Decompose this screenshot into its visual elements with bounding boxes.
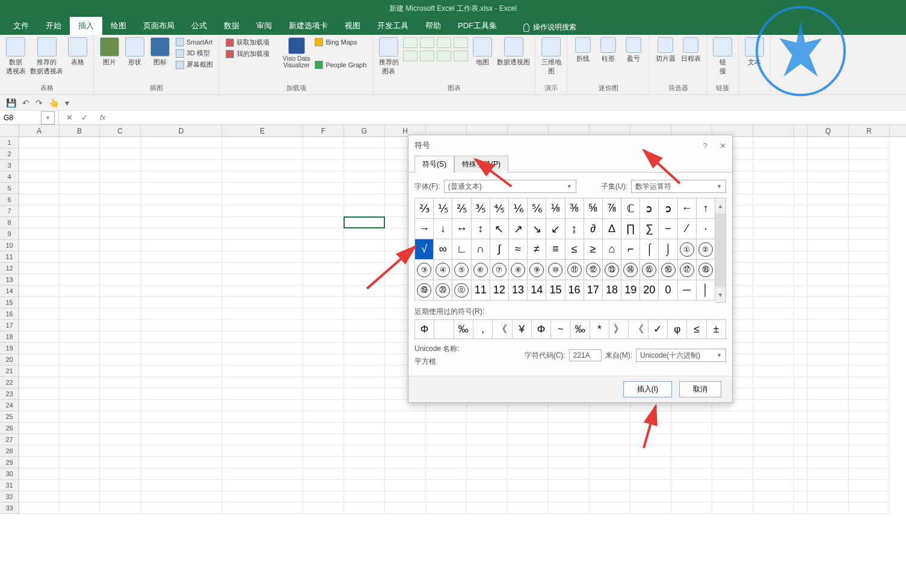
cell[interactable] — [100, 149, 141, 160]
cell[interactable] — [426, 434, 467, 446]
cell[interactable] — [344, 388, 385, 400]
cell[interactable] — [19, 206, 60, 217]
cell[interactable] — [712, 480, 753, 491]
cell[interactable] — [303, 343, 344, 354]
symbol-cell[interactable]: 17 — [584, 280, 603, 301]
cell[interactable] — [753, 171, 794, 183]
cell[interactable] — [849, 183, 890, 194]
cell[interactable] — [753, 251, 794, 263]
row-header[interactable]: 5 — [0, 183, 19, 194]
cell[interactable] — [753, 400, 794, 411]
cell[interactable] — [100, 251, 141, 263]
cell[interactable] — [222, 217, 303, 228]
active-cell[interactable] — [344, 216, 385, 228]
cell[interactable] — [794, 251, 808, 263]
cell[interactable] — [100, 331, 141, 343]
symbol-cell[interactable]: ∙ — [697, 219, 715, 239]
cell[interactable] — [630, 423, 671, 434]
cell[interactable] — [303, 457, 344, 468]
cell[interactable] — [303, 206, 344, 217]
cell[interactable] — [222, 274, 303, 286]
cell[interactable] — [794, 137, 808, 149]
cell[interactable] — [344, 228, 385, 240]
cell[interactable] — [303, 263, 344, 274]
cell[interactable] — [426, 446, 467, 457]
cell[interactable] — [141, 206, 222, 217]
column-header[interactable] — [794, 125, 808, 136]
cell[interactable] — [100, 423, 141, 434]
cell[interactable] — [141, 503, 222, 514]
cell[interactable] — [794, 320, 808, 331]
symbol-cell[interactable]: ↕ — [472, 219, 490, 239]
cell[interactable] — [60, 286, 100, 297]
cell[interactable] — [19, 411, 60, 423]
cell[interactable] — [590, 434, 630, 446]
select-all-corner[interactable] — [0, 125, 19, 136]
cell[interactable] — [100, 400, 141, 411]
recent-symbol-cell[interactable]: 》 — [609, 320, 629, 339]
symbol-cell[interactable]: ⌐ — [621, 239, 640, 260]
cell[interactable] — [303, 274, 344, 286]
symbol-cell[interactable]: ④ — [434, 260, 452, 280]
symbol-cell[interactable]: 18 — [603, 280, 621, 301]
subset-dropdown[interactable]: 数学运算符▼ — [631, 180, 726, 193]
cell[interactable] — [590, 480, 630, 491]
cell[interactable] — [60, 480, 100, 491]
cell[interactable] — [19, 366, 60, 377]
cell[interactable] — [19, 354, 60, 366]
cancel-button[interactable]: 取消 — [679, 381, 721, 397]
cell[interactable] — [303, 366, 344, 377]
cell[interactable] — [19, 388, 60, 400]
cell[interactable] — [549, 491, 590, 503]
link-button[interactable]: 链 接 — [712, 37, 733, 76]
cell[interactable] — [100, 308, 141, 320]
cell[interactable] — [19, 308, 60, 320]
cell[interactable] — [344, 183, 385, 194]
symbol-cell[interactable]: ⑭ — [621, 260, 640, 280]
symbol-cell[interactable]: 19 — [621, 280, 640, 301]
tab-PDF工具集[interactable]: PDF工具集 — [449, 17, 505, 35]
cell[interactable] — [100, 388, 141, 400]
recent-symbol-cell[interactable]: , — [473, 320, 493, 339]
cell[interactable] — [630, 468, 671, 480]
cell[interactable] — [808, 183, 849, 194]
maps-button[interactable]: 地图 — [472, 37, 493, 67]
cell[interactable] — [549, 480, 590, 491]
cell[interactable] — [849, 366, 890, 377]
cell[interactable] — [508, 491, 549, 503]
cell[interactable] — [849, 149, 890, 160]
cell[interactable] — [753, 240, 794, 251]
cell[interactable] — [222, 149, 303, 160]
column-header[interactable]: D — [141, 125, 222, 136]
cell[interactable] — [794, 308, 808, 320]
cell[interactable] — [222, 240, 303, 251]
cell[interactable] — [344, 503, 385, 514]
row-header[interactable]: 15 — [0, 297, 19, 308]
cell[interactable] — [794, 503, 808, 514]
cell[interactable] — [344, 423, 385, 434]
cell[interactable] — [508, 503, 549, 514]
row-header[interactable]: 10 — [0, 240, 19, 251]
cell[interactable] — [808, 354, 849, 366]
cell[interactable] — [808, 377, 849, 388]
cell[interactable] — [60, 411, 100, 423]
cell[interactable] — [100, 457, 141, 468]
symbol-cell[interactable]: ⅛ — [546, 198, 565, 219]
symbol-cell[interactable]: ⑫ — [584, 260, 603, 280]
cell[interactable] — [222, 354, 303, 366]
undo-icon[interactable]: ↶ — [22, 98, 29, 108]
pictures-button[interactable]: 图片 — [99, 37, 120, 67]
cell[interactable] — [222, 468, 303, 480]
symbol-cell[interactable]: ↄ — [640, 198, 659, 219]
cell[interactable] — [753, 423, 794, 434]
cell[interactable] — [60, 228, 100, 240]
fx-icon[interactable]: fx — [95, 114, 105, 122]
symbol-cell[interactable]: ≥ — [584, 239, 603, 260]
cell[interactable] — [808, 308, 849, 320]
cell[interactable] — [60, 137, 100, 149]
symbol-cell[interactable]: ⑤ — [452, 260, 471, 280]
symbol-cell[interactable]: ∩ — [472, 239, 490, 260]
cell[interactable] — [849, 343, 890, 354]
recent-symbol-cell[interactable]: ‰ — [454, 320, 473, 339]
cell[interactable] — [794, 149, 808, 160]
